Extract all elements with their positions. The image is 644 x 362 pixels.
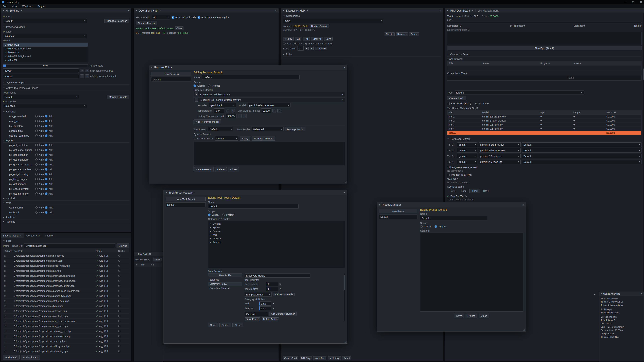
panel-close-icon[interactable]: ✕ <box>275 9 277 12</box>
check-icon[interactable]: ✓ <box>96 315 98 318</box>
table-row[interactable]: x C:/projects/gencpp/base/components/int… <box>3 278 129 283</box>
agg-flag[interactable]: Agg <box>99 330 103 333</box>
scope-global-radio[interactable] <box>208 214 210 216</box>
remove-weight-icon[interactable]: ✕ <box>279 288 281 290</box>
tab-mma-dashboard[interactable]: MMA Dashboard <box>450 9 470 12</box>
add-wildcard-button[interactable]: Add Wildcard <box>21 355 40 360</box>
check-icon[interactable]: ✓ <box>96 350 98 353</box>
entry-action-button[interactable]: -All <box>295 37 301 41</box>
track-name-input[interactable]: Name <box>447 75 642 81</box>
table-row[interactable]: x C:/projects/gencpp/base/components/par… <box>3 289 129 294</box>
category-item[interactable]: ▶ Surgical <box>208 229 345 233</box>
pop-out-tool-calls-checkbox[interactable]: ✓ <box>172 16 174 18</box>
conductor-setup-header[interactable]: ▼ Conductor Setup <box>447 52 642 56</box>
ask-radio[interactable] <box>45 192 48 195</box>
increment-icon[interactable]: + <box>85 69 89 72</box>
add-preferred-model-button[interactable]: Add Preferred Model <box>194 119 221 124</box>
composer-button[interactable]: Gen + Send <box>283 356 298 360</box>
caret-down-icon[interactable]: ▼ <box>135 10 137 12</box>
close-icon[interactable]: ✕ <box>640 1 642 3</box>
table-row[interactable]: x C:/projects/gencpp/base/components/int… <box>3 273 129 278</box>
remove-file-button[interactable]: x <box>4 315 6 318</box>
table-row[interactable]: x C:/projects/gencpp/base/components/ast… <box>3 268 129 273</box>
auto-radio[interactable] <box>35 153 38 156</box>
agg-flag[interactable]: Agg <box>99 280 103 282</box>
entry-action-button[interactable]: + Entry <box>283 37 294 41</box>
dialog-close-icon[interactable]: ✕ <box>343 191 346 194</box>
scrollbar-thumb[interactable] <box>643 68 644 80</box>
check-icon[interactable]: ✓ <box>96 325 98 328</box>
full-flag[interactable]: Full <box>104 259 108 262</box>
tool-group-header-runtime[interactable]: ▶Runtime <box>3 219 129 224</box>
expand-toggle-icon[interactable]: + <box>195 92 198 96</box>
ask-radio[interactable] <box>45 115 48 117</box>
check-icon[interactable]: ✓ <box>96 254 98 257</box>
agg-flag[interactable]: Agg <box>99 265 103 267</box>
check-icon[interactable]: ✓ <box>96 345 98 348</box>
remove-file-button[interactable]: x <box>4 300 6 302</box>
full-flag[interactable]: Full <box>104 340 108 343</box>
tier-provider-select[interactable]: gemini▾ <box>457 142 477 147</box>
keep-pairs-input[interactable]: 2 <box>298 46 304 51</box>
epic-planning-textarea[interactable] <box>447 32 642 45</box>
model-option[interactable]: MiniMax-M2 <box>3 58 88 62</box>
composer-button[interactable]: -> History <box>328 356 341 360</box>
panel-close-icon[interactable]: ✕ <box>128 9 130 12</box>
create-track-button[interactable]: Create Track <box>447 96 466 100</box>
save-persona-button[interactable]: Save Persona <box>194 167 214 171</box>
create-discussion-button[interactable]: Create <box>384 32 394 36</box>
collapse-toggle-icon[interactable]: − <box>195 98 198 102</box>
check-icon[interactable]: ✓ <box>96 335 98 338</box>
bias-profile-select[interactable]: Balanced▾ <box>252 127 284 131</box>
save-button[interactable]: Save <box>454 314 464 318</box>
remove-file-button[interactable]: x <box>4 295 6 297</box>
manage-personas-button[interactable]: Manage Personas <box>104 18 129 23</box>
caret-down-icon[interactable]: ▼ <box>165 192 167 194</box>
content-textarea[interactable] <box>420 233 524 312</box>
caret-down-icon[interactable]: ▼ <box>600 293 602 295</box>
tier-model-select[interactable]: gemini-2.5-flash-lite▾ <box>479 160 520 164</box>
tool-group-header-surgical[interactable]: ▶Surgical <box>3 196 129 201</box>
model-option[interactable]: MiniMax-M2.1-highspeed <box>3 54 88 58</box>
tier-preset-select[interactable]: Default▾ <box>522 148 642 152</box>
full-flag[interactable]: Full <box>104 335 108 338</box>
history-limit-input[interactable]: 900000 <box>3 74 79 78</box>
scrollbar[interactable] <box>344 274 345 321</box>
tier-model-select[interactable]: gemini-3-pro-preview▾ <box>479 142 520 147</box>
tier-provider-select[interactable]: gemini▾ <box>457 148 477 152</box>
decrement-icon[interactable]: − <box>80 69 84 72</box>
category-item[interactable]: ▶ Python <box>208 226 345 229</box>
tier-model-select[interactable]: gemini-3-flash-preview▾ <box>479 148 520 152</box>
roles-section-header[interactable]: ▶ Roles <box>283 52 441 56</box>
auto-radio[interactable] <box>35 183 38 185</box>
multiplier-input[interactable]: 1.3x <box>259 306 271 310</box>
remove-file-button[interactable]: x <box>4 254 6 257</box>
provider-model-section-header[interactable]: ▼ Provider & Model <box>3 25 129 29</box>
auto-radio[interactable] <box>35 149 38 151</box>
rename-discussion-button[interactable]: Rename <box>396 32 408 36</box>
full-flag[interactable]: Full <box>104 325 108 328</box>
check-icon[interactable]: ✓ <box>96 270 98 272</box>
max-output-input[interactable]: 32000 <box>261 108 271 113</box>
check-icon[interactable]: ✓ <box>96 305 98 307</box>
auto-radio[interactable] <box>35 168 38 171</box>
auto-radio[interactable] <box>35 144 38 146</box>
menu-item[interactable]: View <box>12 5 17 7</box>
tier-preset-select[interactable]: Default▾ <box>522 154 642 158</box>
table-row[interactable]: x C:/projects/gencpp/base/components/ast… <box>3 319 129 324</box>
ask-radio[interactable] <box>45 206 48 209</box>
scope-global-radio[interactable] <box>194 84 196 87</box>
profile-name-input[interactable]: Discovery-Heavy <box>245 274 310 278</box>
persona-list-item[interactable]: Default <box>151 77 191 82</box>
check-icon[interactable]: ✓ <box>96 300 98 302</box>
stream-tab[interactable]: Tier 1 <box>447 189 458 193</box>
remove-model-icon[interactable]: ✕ <box>342 98 344 101</box>
ask-radio[interactable] <box>45 163 48 166</box>
plan-epic-button[interactable]: Plan Epic (Tier 1) <box>447 46 642 50</box>
increment-icon[interactable]: + <box>278 109 281 112</box>
scope-project-radio[interactable] <box>208 84 210 87</box>
remove-file-button[interactable]: x <box>4 270 6 272</box>
remove-file-button[interactable]: x <box>4 335 6 338</box>
table-row[interactable]: x C:/projects/gencpp/base/components/int… <box>3 309 129 314</box>
composer-button[interactable]: Reset <box>342 356 351 360</box>
